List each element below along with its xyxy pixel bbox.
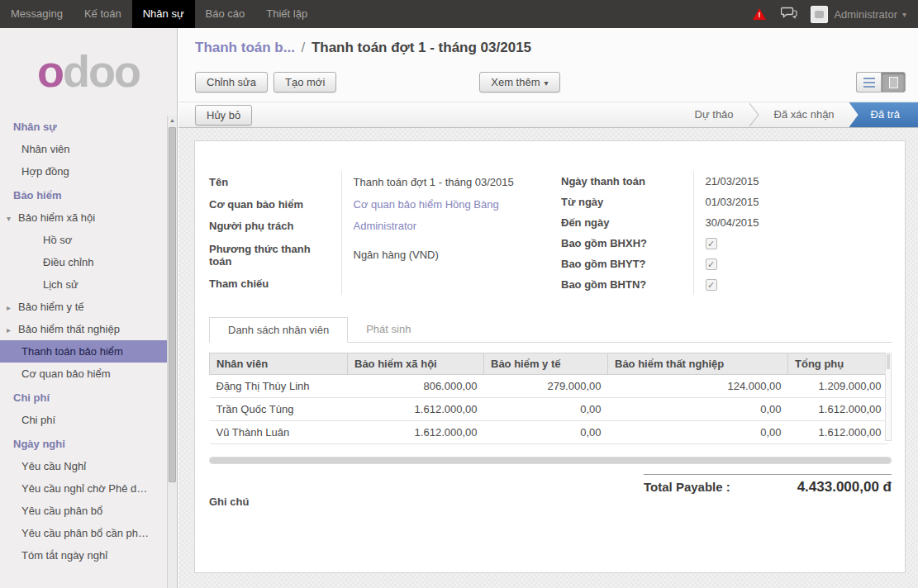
table-horizontal-scrollbar[interactable] (209, 457, 892, 464)
col-header-bhxh[interactable]: Bảo hiểm xã hội (348, 353, 484, 375)
logo-first-letter: o (37, 49, 63, 93)
breadcrumb-separator: / (298, 40, 309, 55)
cell-bhyt: 0,00 (484, 421, 608, 444)
cancel-button[interactable]: Hủy bỏ (195, 105, 252, 126)
statusbar: Dự thảo Đã xác nhận Đã trả (680, 102, 918, 127)
sidebar-item-expenses[interactable]: Chi phí (0, 409, 169, 431)
list-view-button[interactable] (856, 72, 881, 92)
notes-label: Ghi chú (209, 496, 892, 508)
form-fields: Tên Thanh toán đợt 1 - tháng 03/2015 Cơ … (209, 171, 892, 295)
notebook-tabs: Danh sách nhân viên Phát sinh (209, 317, 892, 343)
sidebar-item-health-insurance[interactable]: ▸Bảo hiểm y tế (0, 296, 169, 318)
sidebar-item-label: Bảo hiểm y tế (18, 301, 84, 313)
col-header-bhyt[interactable]: Bảo hiểm y tế (484, 353, 608, 375)
tab-moves[interactable]: Phát sinh (348, 317, 429, 342)
sidebar-item-allocation-requests[interactable]: Yêu cầu phân bổ (0, 500, 169, 522)
status-step-confirmed[interactable]: Đã xác nhận (759, 102, 849, 127)
cell-employee: Đặng Thị Thùy Linh (210, 375, 348, 398)
bhyt-checkbox[interactable]: ✓ (706, 258, 717, 270)
field-label-include-bhtn: Bao gồm BHTN? (561, 274, 693, 295)
form-group-right: Ngày thanh toán 21/03/2015 Từ ngày 01/03… (561, 171, 892, 295)
table-header-row: Nhân viên Bảo hiểm xã hội Bảo hiểm y tế … (210, 353, 888, 375)
table-row[interactable]: Đặng Thị Thùy Linh 806.000,00 279.000,00… (210, 375, 888, 398)
chevron-right-icon: ▸ (7, 303, 18, 312)
field-value-date-from: 01/03/2015 (693, 192, 892, 212)
topbar: Messaging Kế toán Nhân sự Báo cáo Thiết … (0, 0, 918, 28)
form-background: Tên Thanh toán đợt 1 - tháng 03/2015 Cơ … (178, 128, 918, 588)
table-row[interactable]: Trần Quốc Tùng 1.612.000,00 0,00 0,00 1.… (210, 398, 888, 421)
total-payable: Total Payable : 4.433.000,00 đ (644, 474, 892, 496)
topbar-menu: Messaging Kế toán Nhân sự Báo cáo Thiết … (0, 0, 318, 28)
col-header-bhtn[interactable]: Bảo hiểm thất nghiệp (608, 353, 788, 375)
user-avatar[interactable] (811, 6, 828, 23)
chevron-down-icon: ▾ (7, 214, 18, 223)
caret-down-icon: ▾ (545, 78, 549, 88)
breadcrumb: Thanh toán b... / Thanh toán đợt 1 - thá… (178, 28, 918, 69)
sidebar-item-label: Bảo hiểm thất nghiệp (18, 323, 120, 335)
table-row[interactable]: Vũ Thành Luân 1.612.000,00 0,00 0,00 1.6… (210, 421, 888, 444)
logo-rest: doo (63, 49, 140, 93)
more-dropdown-button[interactable]: Xem thêm▾ (479, 72, 559, 92)
field-value-reference (341, 273, 548, 295)
avatar-image-placeholder (815, 11, 824, 18)
odoo-app-window: Messaging Kế toán Nhân sự Báo cáo Thiết … (0, 0, 918, 588)
bhtn-checkbox[interactable]: ✓ (706, 279, 717, 291)
topbar-item-accounting[interactable]: Kế toán (74, 0, 132, 28)
sidebar-scrollbar-thumb[interactable] (169, 127, 176, 482)
topbar-item-hr[interactable]: Nhân sự (132, 0, 195, 28)
breadcrumb-parent-link[interactable]: Thanh toán b... (195, 40, 295, 55)
topbar-item-messaging[interactable]: Messaging (0, 0, 74, 28)
sidebar-item-insurance-agency[interactable]: Cơ quan bảo hiểm (0, 363, 169, 385)
sidebar-item-adjustments[interactable]: Điều chỉnh (0, 251, 169, 273)
field-value-responsible-link[interactable]: Administrator (341, 216, 548, 238)
cell-bhyt: 279.000,00 (484, 375, 608, 398)
field-value-agency-link[interactable]: Cơ quan bảo hiểm Hồng Bàng (341, 193, 548, 216)
field-value-date-to: 30/04/2015 (693, 212, 892, 233)
sidebar-item-insurance-payment[interactable]: Thanh toán bảo hiểm (0, 340, 169, 363)
table-vertical-scrollbar[interactable] (885, 353, 892, 441)
form-group-left: Tên Thanh toán đợt 1 - tháng 03/2015 Cơ … (209, 171, 548, 295)
sidebar-item-employees[interactable]: Nhân viên (0, 138, 169, 160)
alert-mark: ! (758, 11, 760, 19)
user-menu-caret-icon[interactable]: ▾ (902, 10, 906, 19)
field-label-payment-date: Ngày thanh toán (561, 171, 693, 192)
sidebar-item-history[interactable]: Lịch sử (0, 273, 169, 296)
cell-employee: Vũ Thành Luân (210, 421, 348, 444)
sidebar-scrollbar[interactable]: ▲ (167, 116, 177, 588)
form-view-button[interactable] (881, 72, 906, 92)
view-switcher (856, 72, 906, 92)
bhxh-checkbox[interactable]: ✓ (706, 238, 717, 249)
employee-table: Nhân viên Bảo hiểm xã hội Bảo hiểm y tế … (209, 353, 888, 444)
status-step-draft[interactable]: Dự thảo (680, 102, 749, 127)
field-label-responsible: Người phụ trách (209, 216, 341, 238)
employee-table-container: Nhân viên Bảo hiểm xã hội Bảo hiểm y tế … (209, 353, 892, 444)
sidebar-item-leave-requests-to-approve[interactable]: Yêu cầu nghỉ chờ Phê d… (0, 477, 169, 500)
sidebar-item-allocation-requests-to-approve[interactable]: Yêu cầu phân bổ cần ph… (0, 522, 169, 544)
alert-triangle-icon[interactable]: ! (753, 8, 766, 20)
field-value-name: Thanh toán đợt 1 - tháng 03/2015 (341, 171, 548, 193)
form-view-icon (889, 77, 898, 88)
sidebar-item-contracts[interactable]: Hợp đồng (0, 160, 169, 183)
edit-button[interactable]: Chỉnh sửa (195, 72, 268, 92)
scrollbar-up-arrow-icon[interactable]: ▲ (169, 117, 176, 123)
col-header-employee[interactable]: Nhân viên (210, 353, 348, 375)
sidebar-item-leave-requests[interactable]: Yêu cầu Nghỉ (0, 455, 169, 477)
topbar-item-reports[interactable]: Báo cáo (195, 0, 256, 28)
sidebar-item-leaves-summary[interactable]: Tóm tắt ngày nghỉ (0, 544, 169, 567)
table-hscrollbar-thumb[interactable] (210, 458, 891, 463)
chat-bubbles-icon[interactable] (781, 7, 797, 21)
sidebar-item-social-insurance[interactable]: ▾Bảo hiểm xã hội (0, 206, 169, 229)
cell-bhxh: 1.612.000,00 (348, 421, 484, 444)
sidebar-item-records[interactable]: Hồ sơ (0, 229, 169, 251)
tab-employee-list[interactable]: Danh sách nhân viên (209, 317, 348, 343)
create-button[interactable]: Tạo mới (273, 72, 336, 92)
topbar-item-settings[interactable]: Thiết lập (255, 0, 318, 28)
status-step-paid[interactable]: Đã trả (849, 102, 918, 127)
sidebar-nav: Nhân sự Nhân viên Hợp đồng Bảo hiểm ▾Bảo… (0, 114, 169, 567)
user-menu-label[interactable]: Administrator (834, 8, 897, 21)
total-payable-label: Total Payable : (644, 480, 730, 494)
col-header-subtotal[interactable]: Tổng phụ (788, 353, 888, 375)
table-vscrollbar-thumb[interactable] (887, 354, 890, 369)
cell-bhxh: 1.612.000,00 (348, 398, 484, 421)
sidebar-item-unemployment-insurance[interactable]: ▸Bảo hiểm thất nghiệp (0, 318, 169, 340)
